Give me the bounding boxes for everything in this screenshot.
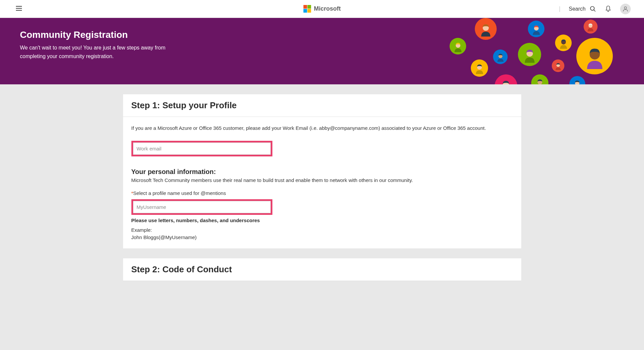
brand-logo-group[interactable]: Microsoft xyxy=(303,5,341,13)
bell-icon xyxy=(605,5,612,13)
step1-intro: If you are a Microsoft Azure or Office 3… xyxy=(131,125,513,131)
step1-body: If you are a Microsoft Azure or Office 3… xyxy=(123,117,521,248)
personal-info-desc: Microsoft Tech Community members use the… xyxy=(131,177,513,183)
person-icon xyxy=(622,6,629,12)
main-content: Step 1: Setup your Profile If you are a … xyxy=(120,94,525,281)
banner-avatar-circle xyxy=(531,74,548,84)
example-value: John Bloggs(@MyUsername) xyxy=(131,234,513,240)
step2-header: Step 2: Code of Conduct xyxy=(123,258,521,281)
profile-name-hint: Please use letters, numbers, dashes, and… xyxy=(131,218,513,223)
banner-avatar-circle xyxy=(518,43,541,66)
profile-name-input[interactable] xyxy=(133,201,271,213)
step2-card: Step 2: Code of Conduct xyxy=(123,258,521,281)
hamburger-menu-button[interactable] xyxy=(13,3,25,15)
banner-avatar-circle xyxy=(528,21,544,37)
banner-avatar-circle xyxy=(495,74,517,84)
profile-name-label: *Select a profile name used for @mention… xyxy=(131,190,513,196)
svg-line-4 xyxy=(594,10,596,11)
search-icon xyxy=(590,6,596,12)
header-left xyxy=(13,3,25,15)
banner-avatar-circle xyxy=(584,20,598,34)
step1-card: Step 1: Setup your Profile If you are a … xyxy=(123,94,521,248)
search-button[interactable]: Search xyxy=(569,6,596,12)
banner-avatar-circle xyxy=(475,18,497,40)
banner: Community Registration We can't wait to … xyxy=(0,18,644,84)
header-divider: | xyxy=(559,5,561,12)
header-right: | Search xyxy=(559,4,631,14)
profile-name-highlight xyxy=(131,199,272,215)
svg-point-5 xyxy=(624,7,627,9)
banner-avatars-cluster xyxy=(438,18,644,84)
step2-title: Step 2: Code of Conduct xyxy=(131,264,513,275)
user-avatar-button[interactable] xyxy=(620,4,631,14)
banner-avatar-circle xyxy=(569,76,585,84)
brand-name: Microsoft xyxy=(314,5,341,12)
example-label: Example: xyxy=(131,227,513,233)
banner-avatar-circle xyxy=(552,59,564,72)
banner-avatar-circle xyxy=(493,49,508,64)
search-label: Search xyxy=(569,6,586,12)
hamburger-icon xyxy=(15,4,23,12)
banner-avatar-circle xyxy=(555,35,572,51)
notifications-button[interactable] xyxy=(605,5,612,13)
step1-title: Step 1: Setup your Profile xyxy=(131,100,513,111)
personal-info-title: Your personal information: xyxy=(131,168,513,176)
banner-subtitle: We can't wait to meet you! You are just … xyxy=(20,44,186,60)
microsoft-logo-icon xyxy=(303,5,311,13)
step1-header: Step 1: Setup your Profile xyxy=(123,94,521,117)
work-email-highlight xyxy=(131,141,272,156)
banner-avatar-circle xyxy=(576,38,613,74)
work-email-input[interactable] xyxy=(133,142,271,155)
banner-avatar-circle xyxy=(450,38,466,54)
svg-point-3 xyxy=(591,6,595,10)
banner-avatar-circle xyxy=(471,59,488,77)
top-header: Microsoft | Search xyxy=(0,0,644,18)
